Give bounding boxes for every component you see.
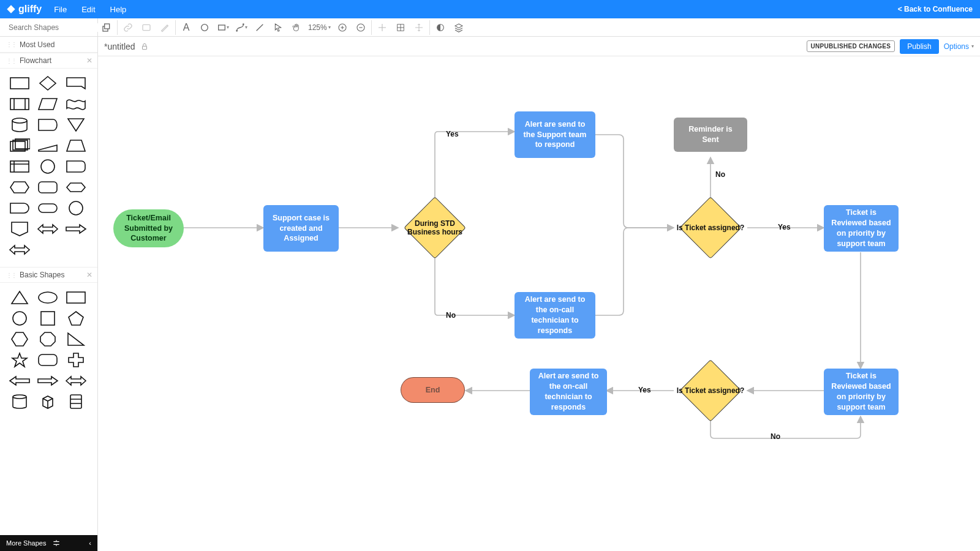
shape-card[interactable] [64, 75, 88, 92]
shape-octagon[interactable] [36, 331, 60, 348]
shape-diamond[interactable] [36, 75, 60, 92]
guides-button[interactable] [410, 18, 428, 37]
format-paint-button[interactable] [156, 18, 174, 37]
shape-hexagon[interactable] [7, 179, 32, 196]
shape-database[interactable] [7, 116, 32, 133]
shape-trapezoid[interactable] [64, 137, 88, 154]
shape-circle2[interactable] [7, 310, 32, 327]
shape-internal-storage[interactable] [7, 158, 32, 175]
text-tool-button[interactable]: A [177, 18, 195, 37]
shape-hexagon2[interactable] [7, 331, 32, 348]
shape-display[interactable] [36, 116, 60, 133]
shape-circle[interactable] [36, 158, 60, 175]
menu-help[interactable]: Help [110, 5, 127, 14]
section-basic[interactable]: ⋮⋮Basic Shapes✕ [0, 267, 97, 283]
shape-arrow-r[interactable] [36, 372, 60, 389]
shape-plus[interactable] [64, 351, 88, 369]
link-button[interactable] [119, 18, 137, 37]
svg-rect-30 [41, 312, 55, 325]
section-most-used[interactable]: ⋮⋮Most Used [0, 37, 97, 53]
close-icon[interactable]: ✕ [86, 56, 92, 65]
document-title[interactable]: *untitled [104, 42, 135, 51]
shape-rectangle[interactable] [7, 75, 32, 92]
shape-arrow-both[interactable] [36, 220, 60, 238]
shape-star[interactable] [7, 351, 32, 369]
shape-triangle-up[interactable] [7, 289, 32, 306]
flow-decision-assigned-2[interactable]: Is Ticket assigned? [674, 360, 747, 421]
close-icon[interactable]: ✕ [86, 271, 92, 279]
zoom-value: 125% [308, 23, 327, 32]
search-shapes-input[interactable] [9, 23, 100, 32]
shape-multi-doc[interactable] [7, 137, 32, 154]
shape-cube[interactable] [36, 393, 60, 410]
shape-tape[interactable] [64, 96, 88, 113]
shape-terminator[interactable] [36, 200, 60, 217]
shape-server[interactable] [64, 393, 88, 410]
shape-cylinder[interactable] [7, 393, 32, 410]
shape-triangle-down[interactable] [64, 116, 88, 133]
flow-node-end[interactable]: End [401, 377, 465, 403]
flow-node-reminder[interactable]: Reminder is Sent [674, 118, 747, 152]
pan-tool-button[interactable] [287, 18, 306, 37]
flow-decision-label: Is Ticket assigned? [674, 223, 747, 232]
connector-tool-button[interactable]: ▾ [232, 18, 251, 37]
rect-tool-button[interactable]: ▾ [214, 18, 232, 37]
menu-file[interactable]: File [54, 5, 67, 14]
shape-offpage[interactable] [64, 158, 88, 175]
shape-offpage-down[interactable] [7, 220, 32, 238]
shape-arrow-l[interactable] [7, 372, 32, 389]
flow-decision-assigned-1[interactable]: Is Ticket assigned? [674, 197, 747, 258]
menu-edit[interactable]: Edit [81, 5, 95, 14]
svg-point-29 [13, 312, 26, 325]
shape-connector-circle[interactable] [64, 200, 88, 217]
svg-rect-31 [39, 354, 57, 365]
shape-parallelogram[interactable] [36, 96, 60, 113]
theme-button[interactable] [431, 18, 450, 37]
layers-button[interactable] [450, 18, 468, 37]
flow-node-alert-oncall-2[interactable]: Alert are send to the on-call technician… [530, 369, 607, 415]
shape-hex-tag[interactable] [64, 179, 88, 196]
popup-button[interactable] [137, 18, 156, 37]
shape-pentagon[interactable] [64, 310, 88, 327]
publish-button[interactable]: Publish [900, 39, 938, 54]
flow-node-start[interactable]: Ticket/Email Submitted by Customer [113, 209, 184, 247]
shape-arrow-double[interactable] [7, 241, 32, 258]
svg-rect-28 [67, 292, 85, 303]
svg-rect-22 [10, 161, 29, 172]
shape-square[interactable] [36, 310, 60, 327]
ellipse-tool-button[interactable] [195, 18, 214, 37]
line-tool-button[interactable] [251, 18, 269, 37]
grid-button[interactable] [391, 18, 410, 37]
pointer-tool-button[interactable] [269, 18, 287, 37]
shape-delay[interactable] [7, 200, 32, 217]
flow-label: Support case is created and Assigned [270, 213, 333, 244]
shape-manual-input[interactable] [36, 137, 60, 154]
flow-node-review-1[interactable]: Ticket is Reviewed based on priority by … [824, 205, 899, 252]
shape-rounded-rect[interactable] [36, 179, 60, 196]
shape-arrow-right[interactable] [64, 220, 88, 238]
flow-decision-business-hours[interactable]: During STD Business hours [398, 197, 472, 258]
flow-node-alert-oncall[interactable]: Alert are send to the on-call technician… [514, 292, 595, 339]
section-flowchart[interactable]: ⋮⋮Flowchart✕ [0, 53, 97, 69]
back-to-confluence-link[interactable]: < Back to Confluence [898, 5, 980, 13]
options-menu[interactable]: Options▾ [944, 42, 974, 51]
shape-predefined[interactable] [7, 96, 32, 113]
edge-label-yes: Yes [446, 130, 459, 138]
flow-node-support-case[interactable]: Support case is created and Assigned [263, 205, 339, 252]
diagram-canvas[interactable]: Ticket/Email Submitted by Customer Suppo… [98, 56, 980, 551]
snap-button[interactable] [373, 18, 391, 37]
shape-round-rect[interactable] [36, 351, 60, 369]
edge-label-no: No [715, 170, 725, 179]
zoom-display[interactable]: 125%▾ [306, 23, 333, 32]
more-shapes-button[interactable]: More Shapes ‹ [0, 535, 97, 551]
shape-rect[interactable] [64, 289, 88, 306]
flow-label: Alert are send to the on-call technician… [521, 294, 589, 336]
shape-ellipse[interactable] [36, 289, 60, 306]
zoom-out-button[interactable] [352, 18, 370, 37]
zoom-in-button[interactable] [333, 18, 352, 37]
shape-arrow-lr[interactable] [64, 372, 88, 389]
flow-node-alert-support[interactable]: Alert are send to the Support team to re… [514, 111, 595, 158]
svg-point-10 [236, 30, 238, 32]
flow-node-review-2[interactable]: Ticket is Reviewed based on priority by … [824, 369, 899, 415]
shape-right-triangle[interactable] [64, 331, 88, 348]
